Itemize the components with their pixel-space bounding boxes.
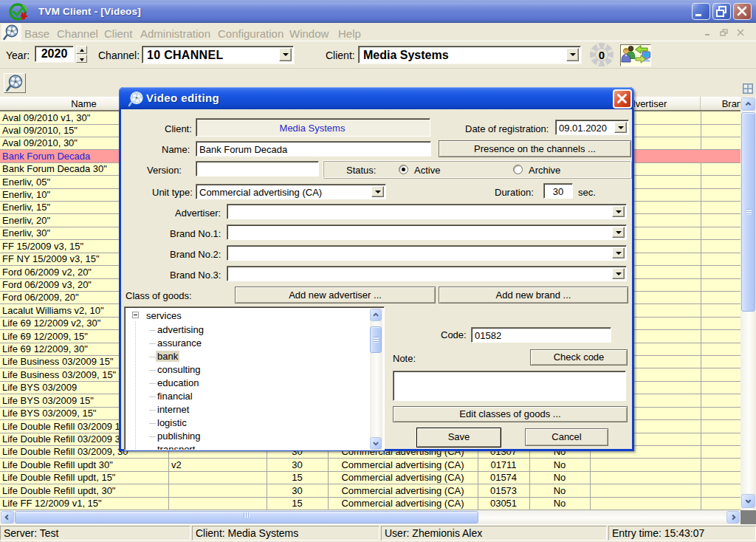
svg-text:0: 0: [599, 49, 605, 61]
